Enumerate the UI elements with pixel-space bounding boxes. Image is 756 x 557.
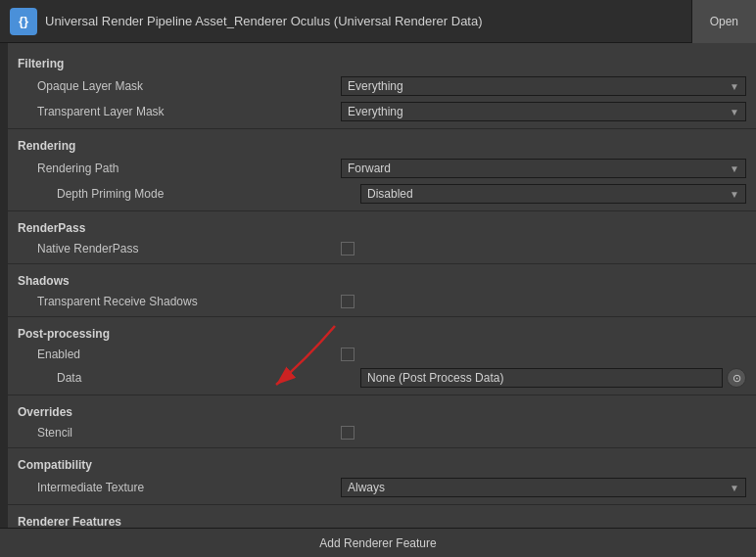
separator-5 [8,395,756,395]
main-content: Filtering Opaque Layer Mask Everything ▼… [0,43,756,557]
separator-4 [8,316,756,317]
native-renderpass-control [341,242,746,255]
rendering-path-row: Rendering Path Forward ▼ [8,156,756,181]
transparent-receive-shadows-label: Transparent Receive Shadows [37,295,341,308]
intermediate-texture-control: Always ▼ [341,478,746,497]
transparent-layer-mask-row: Transparent Layer Mask Everything ▼ [8,99,756,124]
transparent-layer-mask-label: Transparent Layer Mask [37,105,341,118]
stencil-checkbox[interactable] [341,426,354,440]
add-renderer-feature-bar[interactable]: Add Renderer Feature [0,528,756,557]
depth-priming-mode-row: Depth Priming Mode Disabled ▼ [8,181,756,207]
data-label: Data [57,371,360,385]
data-row: Data None (Post Process Data) ⊙ [8,365,756,391]
enabled-label: Enabled [37,348,341,361]
renderpass-section: RenderPass Native RenderPass [8,215,756,259]
transparent-receive-shadows-checkbox[interactable] [341,295,354,308]
add-renderer-feature-label: Add Renderer Feature [319,536,436,550]
data-field: None (Post Process Data) [360,368,723,388]
depth-priming-mode-control: Disabled ▼ [360,184,746,204]
rendering-path-control: Forward ▼ [341,159,746,178]
transparent-receive-shadows-control [341,295,746,308]
opaque-layer-mask-dropdown[interactable]: Everything ▼ [341,76,746,96]
renderpass-header: RenderPass [8,215,756,238]
rendering-header: Rendering [8,133,756,156]
intermediate-texture-row: Intermediate Texture Always ▼ [8,475,756,500]
separator-1 [8,128,756,129]
separator-6 [8,447,756,448]
dropdown-arrow-icon: ▼ [730,163,739,174]
shadows-header: Shadows [8,268,756,291]
depth-priming-mode-label: Depth Priming Mode [57,187,360,201]
opaque-layer-mask-label: Opaque Layer Mask [37,79,341,93]
window-title: Universal Render Pipeline Asset_Renderer… [45,14,746,28]
stencil-row: Stencil [8,422,756,443]
filtering-section: Filtering Opaque Layer Mask Everything ▼… [8,51,756,124]
stencil-label: Stencil [37,426,341,440]
intermediate-texture-dropdown[interactable]: Always ▼ [341,478,746,497]
opaque-layer-mask-control: Everything ▼ [341,76,746,96]
separator-3 [8,263,756,264]
data-control: None (Post Process Data) ⊙ [360,368,746,388]
dropdown-arrow-icon: ▼ [730,483,739,493]
left-strip [0,43,8,557]
post-processing-section: Post-processing Enabled Data None (Post … [8,321,756,391]
rendering-path-label: Rendering Path [37,162,341,175]
enabled-row: Enabled [8,344,756,365]
native-renderpass-label: Native RenderPass [37,242,341,255]
filtering-header: Filtering [8,51,756,73]
dropdown-arrow-icon: ▼ [730,107,739,117]
title-bar: {} Universal Render Pipeline Asset_Rende… [0,0,756,43]
intermediate-texture-label: Intermediate Texture [37,481,341,494]
native-renderpass-row: Native RenderPass [8,238,756,259]
transparent-layer-mask-control: Everything ▼ [341,102,746,121]
compatibility-header: Compatibility [8,452,756,475]
overrides-section: Overrides Stencil [8,399,756,443]
app-icon: {} [10,8,37,35]
native-renderpass-checkbox[interactable] [341,242,354,255]
compatibility-section: Compatibility Intermediate Texture Alway… [8,452,756,500]
dropdown-arrow-icon: ▼ [730,189,739,200]
stencil-control [341,426,746,440]
post-processing-header: Post-processing [8,321,756,344]
depth-priming-mode-dropdown[interactable]: Disabled ▼ [360,184,746,204]
enabled-checkbox[interactable] [341,348,354,361]
transparent-layer-mask-dropdown[interactable]: Everything ▼ [341,102,746,121]
shadows-section: Shadows Transparent Receive Shadows [8,268,756,312]
transparent-receive-shadows-row: Transparent Receive Shadows [8,291,756,312]
separator-7 [8,504,756,505]
rendering-section: Rendering Rendering Path Forward ▼ Depth… [8,133,756,207]
opaque-layer-mask-row: Opaque Layer Mask Everything ▼ [8,73,756,99]
separator-2 [8,210,756,211]
overrides-header: Overrides [8,399,756,422]
rendering-path-dropdown[interactable]: Forward ▼ [341,159,746,178]
dropdown-arrow-icon: ▼ [730,81,739,92]
open-button[interactable]: Open [691,0,756,43]
enabled-control [341,348,746,361]
data-picker-button[interactable]: ⊙ [727,368,746,388]
